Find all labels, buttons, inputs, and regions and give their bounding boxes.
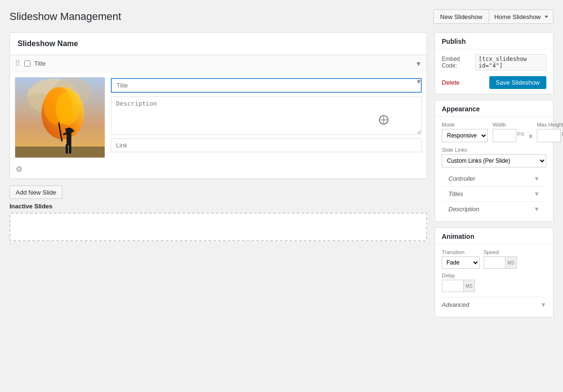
svg-rect-12 [69,144,71,154]
slide-image [15,77,105,158]
mode-field: Mode Responsive [442,122,488,142]
description-chevron-icon: ▼ [534,206,540,213]
max-height-field: Max Height auto PX [537,122,563,142]
speed-unit: ms [505,256,517,269]
drag-handle-icon[interactable]: ⠿ [15,59,20,68]
embed-code-row: Embed Code: [tcx_slideshow id="4"] [442,54,546,70]
titles-label: Titles [448,190,463,197]
mode-label: Mode [442,122,488,127]
appearance-mode-row: Mode Responsive Width auto PX [442,122,546,142]
main-layout: Slideshow Name ⠿ Title ▼ [10,32,553,323]
width-input[interactable]: auto [493,129,516,142]
animation-header: Animation [435,228,553,245]
publish-header: Publish [435,33,553,49]
save-slideshow-button[interactable]: Save Slideshow [489,76,547,89]
appearance-box: Appearance Mode Responsive Width [435,100,553,222]
speed-label: Speed [484,249,517,255]
animation-box: Animation Transition Fade Speed [435,227,553,317]
delay-unit: ms [463,280,475,292]
appearance-heading: Appearance [442,105,546,113]
delete-button[interactable]: Delete [442,79,460,86]
slide-links-select[interactable]: Custom Links (Per Slide) [442,154,546,167]
titles-chevron-icon: ▼ [534,190,540,197]
embed-code-label: Embed Code: [442,56,472,69]
mode-select[interactable]: Responsive [442,129,488,142]
description-collapsible[interactable]: Description ▼ [442,201,546,216]
width-label: Width [493,122,524,127]
advanced-label: Advanced [442,301,469,308]
animation-body: Transition Fade Speed 900 ms [435,245,553,317]
max-height-label: Max Height [537,122,563,127]
delay-input-wrap: 4000 ms [442,280,475,292]
controller-label: Controller [448,175,475,182]
width-unit: PX [517,131,524,137]
slide-fields [111,77,422,152]
slideshow-name-box: Slideshow Name [10,32,427,55]
slide-header-row: ⠿ Title ▼ [10,55,427,72]
publish-heading: Publish [442,38,546,45]
slide-title-input[interactable] [111,78,422,93]
add-new-slide-button[interactable]: Add New Slide [10,186,62,199]
svg-point-6 [56,92,79,125]
speed-field: Speed 900 ms [484,249,517,269]
delay-field: Delay 4000 ms [442,273,475,292]
top-buttons: New Slideshow Home Slideshow [433,10,553,24]
publish-actions: Delete Save Slideshow [442,74,546,89]
slide-links-label: Slide Links [442,147,546,153]
slide-description-input[interactable] [111,97,422,135]
slide-gear-icon[interactable]: ⚙ [16,165,22,173]
slide-settings-row: ⚙ [10,163,427,178]
slides-container: ⠿ Title ▼ [10,55,427,179]
svg-rect-10 [65,128,73,130]
right-panel: Publish Embed Code: [tcx_slideshow id="4… [435,32,553,323]
publish-body: Embed Code: [tcx_slideshow id="4"] Delet… [435,49,553,94]
slideshow-name-heading: Slideshow Name [18,39,419,48]
inactive-drop-zone [10,213,427,241]
size-separator: x [529,132,533,139]
collapsibles: Controller ▼ Titles ▼ Description ▼ [442,171,546,216]
slide-link-input[interactable] [111,138,422,152]
delay-input[interactable]: 4000 [442,280,463,292]
max-height-input[interactable]: auto [537,129,561,142]
page-title: Slideshow Management [10,10,121,23]
bottom-actions: Add New Slide Inactive Slides [10,179,427,245]
svg-rect-11 [66,144,68,154]
transition-select[interactable]: Fade [442,256,480,269]
controller-collapsible[interactable]: Controller ▼ [442,171,546,186]
svg-rect-7 [15,147,105,158]
slide-row-chevron-icon[interactable]: ▼ [416,78,422,85]
slide-title-col-label: Title [34,60,415,67]
speed-input-wrap: 900 ms [484,256,517,269]
transition-field: Transition Fade [442,249,480,269]
appearance-header: Appearance [435,100,553,117]
animation-heading: Animation [442,233,546,240]
speed-input[interactable]: 900 [484,256,505,269]
embed-code-value: [tcx_slideshow id="4"] [476,54,546,70]
transition-label: Transition [442,249,480,255]
slide-links-row: Slide Links Custom Links (Per Slide) [442,147,546,167]
new-slideshow-button[interactable]: New Slideshow [433,10,490,24]
inactive-slides-label: Inactive Slides [10,203,427,210]
publish-box: Publish Embed Code: [tcx_slideshow id="4… [435,32,553,94]
appearance-body: Mode Responsive Width auto PX [435,117,553,221]
slide-checkbox[interactable] [24,60,30,67]
dropdown-arrow-icon [544,16,548,18]
advanced-chevron-icon: ▼ [540,301,546,308]
advanced-collapsible[interactable]: Advanced ▼ [442,297,546,312]
controller-chevron-icon: ▼ [534,175,540,182]
svg-rect-8 [67,132,71,146]
slide-row: ▼ [10,72,427,163]
home-slideshow-button[interactable]: Home Slideshow [489,10,553,24]
slide-image-svg [15,78,105,158]
animation-grid: Transition Fade Speed 900 ms [442,249,546,292]
delay-label: Delay [442,273,475,278]
description-label: Description [448,206,479,213]
slide-header-chevron-icon[interactable]: ▼ [415,60,422,68]
left-panel: Slideshow Name ⠿ Title ▼ [10,32,427,245]
titles-collapsible[interactable]: Titles ▼ [442,186,546,201]
width-field: Width auto PX [493,122,524,142]
